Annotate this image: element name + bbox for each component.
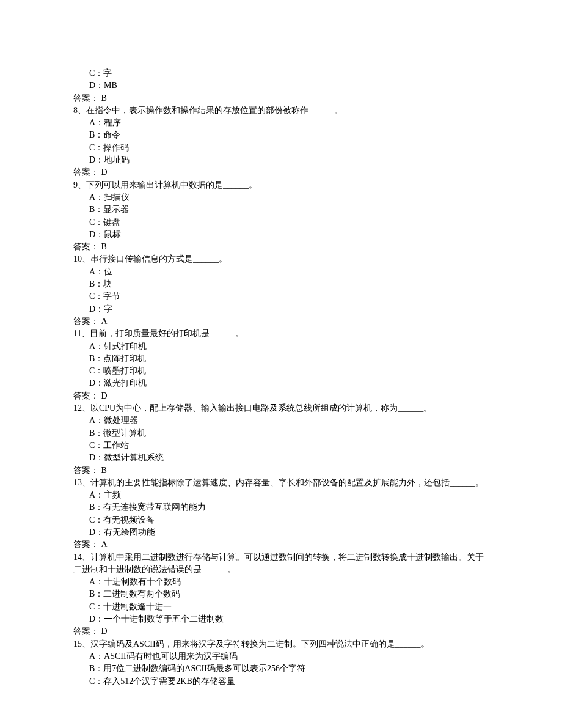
option: A：微处理器 [73,414,489,427]
answer-line: 答案： B [73,241,489,253]
question-tail: 。 [334,106,343,115]
answer-line: 答案： A [73,315,489,328]
question-number: 9、 [73,180,86,189]
answer-line: 答案： D [73,625,489,638]
option: B：用7位二进制数编码的ASCII码最多可以表示256个字符 [73,663,489,675]
question-number: 14、 [73,553,90,562]
answer-label: 答案： [73,167,99,177]
question-stem: 13、计算机的主要性能指标除了运算速度、内存容量、字长和外部设备的配置及扩展能力… [73,477,489,489]
option: A：位 [73,266,489,278]
blank: ______ [398,403,423,413]
option-c: C：字 [73,67,489,79]
answer-value: B [99,94,107,103]
answer-value: D [99,627,108,636]
question-tail: 。 [423,403,432,413]
question-text: 汉字编码及ASCII码，用来将汉字及字符转换为二进制。下列四种说法中正确的是 [90,639,395,649]
question-text: 计算机的主要性能指标除了运算速度、内存容量、字长和外部设备的配置及扩展能力外，还… [90,478,450,487]
option: B：块 [73,278,489,290]
blank: ______ [450,478,475,487]
answer-value: B [99,242,107,251]
question-stem: 9、下列可以用来输出计算机中数据的是______。 [73,179,489,191]
question-text: 在指令中，表示操作数和操作结果的存放位置的部份被称作 [86,106,308,115]
question-stem: 14、计算机中采用二进制数进行存储与计算。可以通过数制间的转换，将二进制数转换成… [73,551,489,576]
option: C：操作码 [73,142,489,154]
option: B：二进制数有两个数码 [73,588,489,600]
option: D：微型计算机系统 [73,452,489,464]
option: C：键盘 [73,216,489,229]
question-number: 15、 [73,639,90,649]
question-text: 以CPU为中心，配上存储器、输入输出接口电路及系统总线所组成的计算机，称为 [90,403,398,413]
blank: ______ [223,180,249,189]
option: D：地址码 [73,154,489,166]
blank: ______ [210,329,235,338]
option: A：扫描仪 [73,191,489,204]
question-number: 12、 [73,403,90,413]
answer-label: 答案： [73,94,99,103]
question-number: 10、 [73,254,90,263]
answer-value: B [99,466,107,475]
blank: ______ [395,639,421,649]
option: B：命令 [73,129,489,141]
answer-label: 答案： [73,317,99,326]
question-tail: 。 [219,254,227,263]
option: D：鼠标 [73,229,489,241]
question-text: 下列可以用来输出计算机中数据的是 [86,180,223,189]
option: B：显示器 [73,204,489,216]
option: D：字 [73,303,489,315]
answer-label: 答案： [73,242,99,251]
answer-value: A [99,317,108,326]
option: C：有无视频设备 [73,514,489,526]
answer-line: 答案： A [73,539,489,551]
question-stem: 12、以CPU为中心，配上存储器、输入输出接口电路及系统总线所组成的计算机，称为… [73,402,489,414]
question-stem: 10、串行接口传输信息的方式是______。 [73,253,489,265]
question-tail: 。 [475,478,484,487]
blank: ______ [202,565,227,574]
question-text: 目前，打印质量最好的打印机是 [90,329,210,338]
question-tail: 。 [249,180,257,189]
answer-line: 答案： D [73,166,489,178]
option: D：有无绘图功能 [73,526,489,539]
option: C：存入512个汉字需要2KB的存储容量 [73,675,489,688]
option: C：十进制数逢十进一 [73,601,489,613]
option: C：工作站 [73,439,489,452]
question-stem: 15、汉字编码及ASCII码，用来将汉字及字符转换为二进制。下列四种说法中正确的… [73,638,489,650]
question-number: 8、 [73,106,86,115]
question-text: 串行接口传输信息的方式是 [90,254,193,263]
question-stem: 8、在指令中，表示操作数和操作结果的存放位置的部份被称作______。 [73,105,489,117]
blank: ______ [193,254,219,263]
option-d: D：MB [73,79,489,92]
answer-label: 答案： [73,391,99,400]
option: C：字节 [73,290,489,303]
answer-line: 答案： B [73,92,489,105]
answer-line: 答案： B [73,465,489,477]
option: D：激光打印机 [73,377,489,389]
question-number: 13、 [73,478,90,487]
question-tail: 。 [227,565,236,574]
option: B：微型计算机 [73,427,489,439]
option: A：程序 [73,117,489,129]
answer-value: A [99,540,108,549]
answer-label: 答案： [73,540,99,549]
option: A：主频 [73,489,489,501]
question-number: 11、 [73,329,90,338]
option: D：一个十进制数等于五个二进制数 [73,613,489,625]
option: C：喷墨打印机 [73,365,489,377]
answer-value: D [99,391,108,400]
answer-label: 答案： [73,627,99,636]
question-stem: 11、目前，打印质量最好的打印机是______。 [73,328,489,340]
question-text: 计算机中采用二进制数进行存储与计算。可以通过数制间的转换，将二进制数转换成十进制… [73,553,484,574]
option: B：有无连接宽带互联网的能力 [73,501,489,513]
blank: ______ [308,106,334,115]
option: A：针式打印机 [73,340,489,353]
option: A：十进制数有十个数码 [73,576,489,588]
option: A：ASCII码有时也可以用来为汉字编码 [73,650,489,663]
answer-label: 答案： [73,466,99,475]
answer-line: 答案： D [73,390,489,402]
question-tail: 。 [235,329,244,338]
question-tail: 。 [421,639,429,649]
option: B：点阵打印机 [73,353,489,365]
answer-value: D [99,167,108,177]
